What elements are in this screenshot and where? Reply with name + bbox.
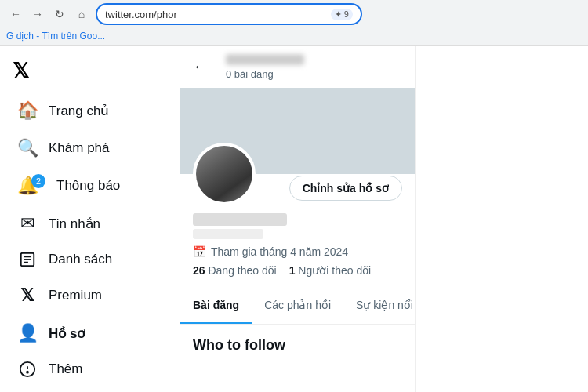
sidebar-item-explore[interactable]: 🔍 Khám phá [5, 130, 175, 166]
refresh-button[interactable]: ↻ [50, 5, 69, 24]
followers-stat[interactable]: 1 Người theo dõi [289, 264, 371, 277]
sidebar-item-label: Premium [49, 288, 102, 303]
address-bar-container[interactable]: ✦ 9 [96, 3, 362, 25]
followers-label: Người theo dõi [298, 264, 371, 277]
x-logo: 𝕏 [13, 59, 29, 82]
sidebar: 𝕏 🏠 Trang chủ 🔍 Khám phá 🔔 2 Thông báo ✉… [0, 46, 180, 392]
tab-replies[interactable]: Các phản hồi [252, 288, 343, 324]
premium-icon: 𝕏 [17, 285, 38, 306]
home-button[interactable]: ⌂ [72, 5, 91, 24]
nav-buttons: ← → ↻ ⌂ [6, 5, 91, 24]
profile-tabs: Bài đăng Các phản hồi Sự kiện nổi bật Bà… [180, 288, 415, 325]
sidebar-item-notifications[interactable]: 🔔 2 Thông báo [5, 168, 175, 204]
following-count: 26 [193, 264, 205, 277]
browser-toolbar: ← → ↻ ⌂ ✦ 9 [0, 0, 588, 28]
explore-icon: 🔍 [17, 138, 38, 158]
profile-back-bar: ← 0 bài đăng [180, 46, 415, 88]
sidebar-item-home[interactable]: 🏠 Trang chủ [5, 93, 175, 129]
avatar-image [196, 146, 252, 202]
profile-handle [193, 229, 263, 239]
home-icon: 🏠 [17, 100, 38, 121]
calendar-icon: 📅 [193, 245, 206, 258]
profile-avatar-area: Chỉnh sửa hồ sơ [180, 143, 415, 205]
messages-icon: ✉ [17, 213, 38, 234]
notification-badge: 2 [31, 174, 45, 188]
sidebar-item-premium[interactable]: 𝕏 Premium [5, 278, 175, 314]
address-bar[interactable] [105, 9, 328, 20]
content-area: ← 0 bài đăng Chỉnh sửa hồ sơ 📅 Tham gi [180, 46, 416, 392]
sidebar-logo[interactable]: 𝕏 [0, 54, 180, 91]
address-badge: ✦ 9 [331, 9, 353, 20]
sidebar-item-label: Hồ sơ [49, 325, 85, 342]
edit-profile-button[interactable]: Chỉnh sửa hồ sơ [289, 176, 402, 201]
following-label: Đang theo dõi [208, 264, 276, 277]
more-icon [17, 361, 38, 378]
profile-info: 📅 Tham gia tháng 4 năm 2024 26 Đang theo… [180, 205, 415, 288]
following-stat[interactable]: 26 Đang theo dõi [193, 264, 277, 277]
profile-back-name [226, 54, 304, 68]
sidebar-item-label: Khám phá [49, 140, 110, 156]
back-arrow[interactable]: ← [193, 59, 207, 75]
profile-avatar [193, 143, 256, 205]
right-sidebar [416, 46, 588, 392]
notification-wrapper: 🔔 2 [17, 176, 45, 196]
sidebar-item-label: Tin nhắn [49, 216, 100, 232]
sidebar-item-label: Thông báo [56, 178, 120, 194]
lists-icon [17, 251, 38, 268]
google-bar: G dịch - Tìm trên Goo... [0, 28, 588, 45]
profile-meta: 📅 Tham gia tháng 4 năm 2024 [193, 245, 402, 258]
google-bar-text: G dịch - Tìm trên Goo... [6, 31, 105, 42]
tab-posts[interactable]: Bài đăng [180, 288, 252, 324]
profile-name [193, 213, 287, 226]
profile-icon: 👤 [17, 323, 38, 343]
browser-chrome: ← → ↻ ⌂ ✦ 9 G dịch - Tìm trên Goo... [0, 0, 588, 46]
followers-count: 1 [289, 264, 296, 277]
profile-back-posts: 0 bài đăng [226, 68, 304, 80]
sidebar-item-label: Trang chủ [49, 103, 109, 119]
profile-stats: 26 Đang theo dõi 1 Người theo dõi [193, 264, 402, 277]
main-layout: 𝕏 🏠 Trang chủ 🔍 Khám phá 🔔 2 Thông báo ✉… [0, 46, 588, 392]
sidebar-item-messages[interactable]: ✉ Tin nhắn [5, 205, 175, 241]
back-button[interactable]: ← [6, 5, 25, 24]
sidebar-item-more[interactable]: Thêm [5, 353, 175, 386]
svg-point-6 [27, 372, 28, 373]
sidebar-item-label: Thêm [49, 361, 82, 377]
sidebar-item-label: Danh sách [49, 252, 112, 267]
forward-button[interactable]: → [28, 5, 47, 24]
sidebar-item-lists[interactable]: Danh sách [5, 243, 175, 276]
tab-highlights[interactable]: Sự kiện nổi bật [343, 288, 415, 324]
who-to-follow-heading: Who to follow [180, 325, 415, 366]
sidebar-item-profile[interactable]: 👤 Hồ sơ [5, 315, 175, 351]
join-date: Tham gia tháng 4 năm 2024 [211, 245, 348, 258]
profile-back-info: 0 bài đăng [226, 54, 304, 80]
